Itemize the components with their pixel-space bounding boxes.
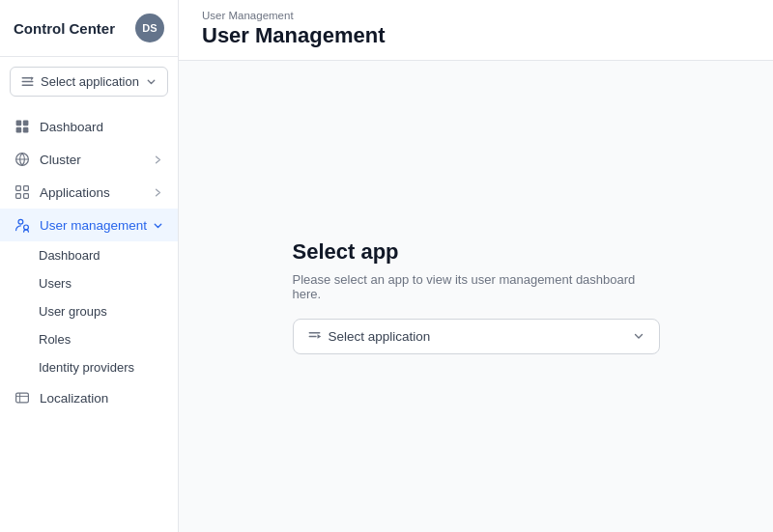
dashboard-icon xyxy=(14,118,31,135)
app-selector-icon xyxy=(20,74,35,89)
sidebar-subitem-label-users: Users xyxy=(39,276,72,291)
svg-rect-6 xyxy=(24,186,29,191)
sidebar-item-cluster[interactable]: Cluster xyxy=(0,143,178,176)
select-app-heading: Select app xyxy=(293,239,660,265)
app-dropdown-label: Select application xyxy=(329,329,431,344)
sidebar-item-user-management[interactable]: User management xyxy=(0,209,178,241)
sidebar-subitem-dashboard[interactable]: Dashboard xyxy=(0,241,178,269)
svg-marker-12 xyxy=(317,334,321,339)
chevron-right-icon-apps xyxy=(152,186,164,199)
avatar[interactable]: DS xyxy=(135,14,164,42)
main-body: Select app Please select an app to view … xyxy=(179,61,773,532)
svg-rect-4 xyxy=(23,127,29,133)
svg-rect-1 xyxy=(16,121,22,126)
sidebar-subitem-roles[interactable]: Roles xyxy=(0,325,178,353)
svg-rect-7 xyxy=(16,194,21,199)
sidebar-logo: Control Center xyxy=(14,20,115,37)
sidebar-subitem-identity-providers[interactable]: Identity providers xyxy=(0,353,178,381)
svg-rect-11 xyxy=(16,393,29,403)
cluster-icon xyxy=(14,151,31,168)
select-app-description: Please select an app to view its user ma… xyxy=(293,272,660,301)
sidebar-item-applications[interactable]: Applications xyxy=(0,176,178,209)
svg-point-9 xyxy=(18,219,23,224)
sidebar-nav: Dashboard Cluster xyxy=(0,106,178,532)
main-header: User Management User Management xyxy=(179,0,773,61)
select-application-button[interactable]: Select application xyxy=(10,67,168,97)
sidebar-item-label-applications: Applications xyxy=(40,185,110,200)
svg-rect-8 xyxy=(24,194,29,199)
sidebar-item-label-localization: Localization xyxy=(40,391,108,406)
sidebar-subitem-label-roles: Roles xyxy=(39,332,71,347)
app-dropdown-button[interactable]: Select application xyxy=(293,319,660,354)
localization-icon xyxy=(14,389,31,406)
chevron-down-icon xyxy=(145,75,157,88)
sidebar-subitem-users[interactable]: Users xyxy=(0,269,178,297)
chevron-right-icon xyxy=(152,154,164,166)
page-title: User Management xyxy=(202,23,750,48)
app-dropdown-icon xyxy=(307,329,322,344)
applications-icon xyxy=(14,183,31,201)
sidebar-subitem-label-identity-providers: Identity providers xyxy=(39,360,134,375)
sidebar: Control Center DS Select application xyxy=(0,0,179,532)
sidebar-item-dashboard[interactable]: Dashboard xyxy=(0,110,178,143)
chevron-down-icon-usermgmt xyxy=(152,219,164,232)
main-content: User Management User Management Select a… xyxy=(179,0,773,532)
sidebar-header: Control Center DS xyxy=(0,0,178,57)
app-dropdown-chevron-icon xyxy=(632,329,645,343)
svg-rect-5 xyxy=(16,186,21,191)
sidebar-subitem-user-groups[interactable]: User groups xyxy=(0,297,178,325)
select-application-label: Select application xyxy=(41,74,139,89)
sidebar-item-localization[interactable]: Localization xyxy=(0,381,178,414)
user-management-icon xyxy=(14,216,31,234)
sidebar-subitem-label-dashboard: Dashboard xyxy=(39,248,100,263)
svg-rect-2 xyxy=(23,121,29,126)
breadcrumb: User Management xyxy=(202,10,750,21)
sidebar-item-label-dashboard: Dashboard xyxy=(40,120,103,134)
sidebar-item-label-user-management: User management xyxy=(40,218,147,233)
sidebar-item-label-cluster: Cluster xyxy=(40,153,81,167)
select-app-card: Select app Please select an app to view … xyxy=(293,239,660,354)
svg-marker-0 xyxy=(31,76,33,81)
svg-rect-3 xyxy=(16,127,22,133)
svg-point-10 xyxy=(24,225,29,230)
sidebar-subitem-label-user-groups: User groups xyxy=(39,304,107,319)
